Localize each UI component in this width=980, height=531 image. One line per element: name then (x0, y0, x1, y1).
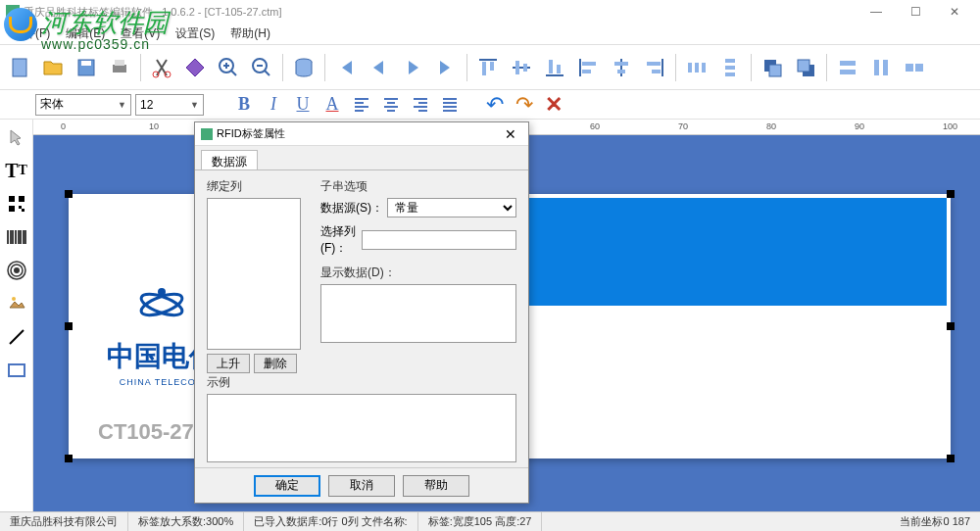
svg-rect-20 (647, 62, 661, 66)
svg-rect-24 (702, 63, 706, 72)
svg-rect-31 (798, 60, 809, 72)
pointer-tool[interactable] (3, 123, 30, 151)
distribute-h-button[interactable] (681, 52, 712, 83)
open-button[interactable] (37, 52, 69, 83)
next-button[interactable] (397, 52, 428, 83)
datasource-select[interactable]: 常量 (387, 198, 516, 217)
underline-button[interactable]: U (290, 92, 316, 118)
svg-rect-36 (906, 64, 913, 72)
svg-rect-16 (582, 62, 596, 66)
align-bottom-button[interactable] (539, 52, 570, 83)
svg-rect-10 (482, 62, 486, 75)
example-preview (207, 394, 516, 462)
watermark-overlay: 河东软件园 www.pc0359.cn (6, 6, 202, 52)
svg-rect-15 (557, 65, 561, 73)
prev-button[interactable] (364, 52, 395, 83)
dialog-titlebar[interactable]: RFID标签属性 ✕ (195, 122, 528, 146)
bold-button[interactable]: B (231, 92, 257, 118)
align-vcenter-button[interactable] (506, 52, 537, 83)
same-width-button[interactable] (832, 52, 863, 83)
resize-handle[interactable] (947, 455, 955, 462)
resize-handle[interactable] (65, 455, 73, 462)
ok-button[interactable]: 确定 (254, 475, 320, 497)
svg-rect-42 (22, 209, 24, 212)
italic-button[interactable]: I (261, 92, 286, 118)
new-button[interactable] (4, 52, 35, 83)
align-left-text-button[interactable] (349, 92, 374, 118)
show-data-textarea[interactable] (320, 284, 516, 343)
svg-rect-4 (115, 60, 124, 66)
svg-point-43 (14, 267, 20, 273)
move-up-button[interactable]: 上升 (207, 354, 250, 373)
svg-rect-11 (490, 62, 494, 71)
cut-button[interactable] (146, 52, 177, 83)
svg-rect-38 (9, 196, 15, 202)
database-button[interactable] (288, 52, 319, 83)
align-hcenter-button[interactable] (606, 52, 637, 83)
last-button[interactable] (430, 52, 462, 83)
bring-front-button[interactable] (757, 52, 788, 83)
align-right-button[interactable] (639, 52, 670, 83)
dialog-footer: 确定 取消 帮助 (195, 467, 528, 503)
watermark-logo-icon (4, 8, 37, 41)
status-zoom: 标签放大系数:300% (128, 512, 244, 531)
bind-col-label: 绑定列 (207, 178, 315, 195)
tab-datasource[interactable]: 数据源 (201, 150, 258, 169)
maximize-button[interactable]: ☐ (896, 0, 935, 24)
barcode-tool[interactable] (3, 223, 30, 251)
bind-col-listbox[interactable] (207, 198, 301, 350)
same-height-button[interactable] (865, 52, 897, 83)
font-size-combo[interactable]: 12▼ (135, 94, 204, 116)
align-top-button[interactable] (472, 52, 504, 83)
redo-button[interactable]: ↷ (512, 92, 537, 118)
svg-rect-32 (840, 61, 856, 66)
zoom-out-button[interactable] (246, 52, 277, 83)
first-button[interactable] (330, 52, 362, 83)
distribute-v-button[interactable] (714, 52, 746, 83)
save-button[interactable] (71, 52, 102, 83)
align-center-text-button[interactable] (378, 92, 404, 118)
resize-handle[interactable] (65, 190, 73, 198)
image-tool[interactable] (3, 290, 30, 317)
minimize-button[interactable]: — (857, 0, 896, 24)
qrcode-tool[interactable] (3, 190, 30, 217)
help-button[interactable]: 帮助 (403, 475, 469, 497)
svg-rect-25 (725, 59, 735, 63)
font-family-combo[interactable]: 宋体▼ (35, 94, 131, 116)
rect-tool[interactable] (3, 357, 30, 384)
status-company: 重庆品胜科技有限公司 (0, 512, 128, 531)
resize-handle[interactable] (947, 190, 955, 198)
rfid-tool[interactable] (3, 257, 30, 284)
cancel-button[interactable]: 取消 (328, 475, 395, 497)
resize-handle[interactable] (947, 322, 955, 330)
delete-button[interactable]: ✕ (541, 92, 566, 118)
send-back-button[interactable] (790, 52, 821, 83)
same-size-button[interactable] (899, 52, 930, 83)
align-right-text-button[interactable] (408, 92, 433, 118)
svg-rect-14 (549, 60, 553, 73)
menu-help[interactable]: 帮助(H) (222, 25, 278, 42)
resize-handle[interactable] (65, 322, 73, 330)
justify-text-button[interactable] (437, 92, 463, 118)
status-size: 标签:宽度105 高度:27 (418, 512, 543, 531)
font-color-button[interactable]: A (319, 92, 345, 118)
undo-button[interactable]: ↶ (482, 92, 508, 118)
delete-item-button[interactable]: 删除 (254, 354, 297, 373)
close-button[interactable]: ✕ (935, 0, 974, 24)
svg-point-46 (12, 297, 16, 301)
text-tool[interactable]: TT (3, 157, 30, 184)
svg-rect-13 (523, 64, 527, 72)
svg-rect-0 (13, 59, 26, 76)
dialog-close-button[interactable]: ✕ (499, 126, 522, 142)
line-tool[interactable] (3, 323, 30, 351)
select-col-label: 选择列(F)： (320, 223, 362, 257)
dialog-icon (201, 128, 213, 140)
format-toolbar: 宋体▼ 12▼ B I U A ↶ ↷ ✕ (0, 90, 980, 120)
align-left-button[interactable] (572, 52, 604, 83)
print-button[interactable] (104, 52, 135, 83)
measure-button[interactable] (179, 52, 211, 83)
select-col-input[interactable] (362, 230, 516, 250)
svg-rect-34 (874, 60, 879, 75)
sub-options-label: 子串选项 (320, 178, 516, 195)
zoom-in-button[interactable] (213, 52, 244, 83)
